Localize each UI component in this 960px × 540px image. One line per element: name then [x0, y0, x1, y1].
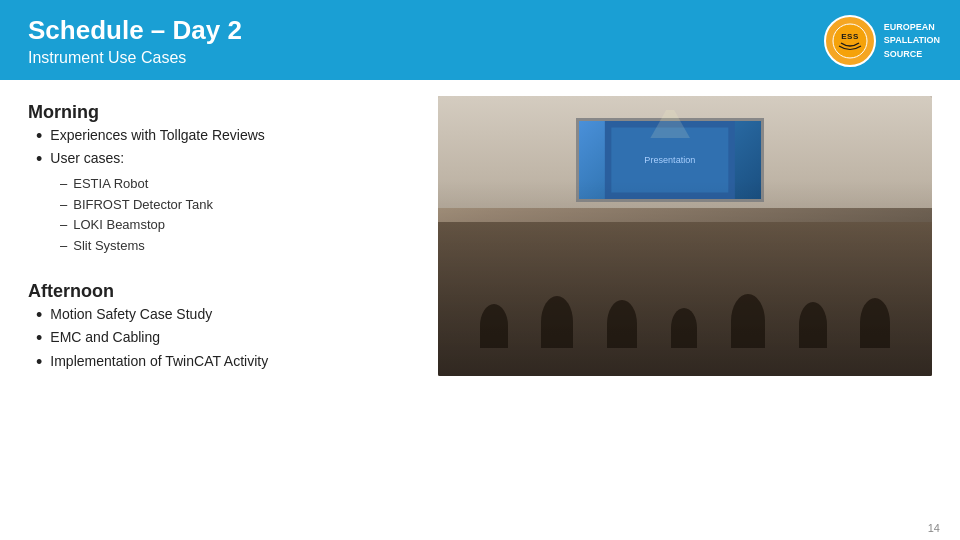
person-silhouette-6 [799, 302, 827, 348]
conference-photo: Presentation [438, 96, 932, 376]
ess-logo-text: EUROPEAN SPALLATION SOURCE [884, 21, 940, 62]
afternoon-section: Afternoon • Motion Safety Case Study • E… [28, 275, 418, 374]
svg-point-0 [833, 24, 867, 58]
person-silhouette-4 [671, 308, 697, 348]
sub-item-estia: – ESTIA Robot [60, 174, 418, 195]
afternoon-label: Afternoon [28, 281, 418, 302]
afternoon-bullet-1: • Motion Safety Case Study [36, 304, 418, 327]
sub-item-text-1: ESTIA Robot [73, 174, 148, 195]
slide-subtitle: Instrument Use Cases [28, 49, 242, 67]
main-content: Morning • Experiences with Tollgate Revi… [0, 80, 960, 516]
afternoon-bullet-text-1: Motion Safety Case Study [50, 304, 212, 325]
header-text-block: Schedule – Day 2 Instrument Use Cases [28, 15, 242, 66]
sub-item-text-3: LOKI Beamstop [73, 215, 165, 236]
afternoon-bullet-text-2: EMC and Cabling [50, 327, 160, 348]
dash-2: – [60, 195, 67, 216]
bullet-usercases: • User cases: [36, 148, 418, 171]
page-number: 14 [928, 522, 940, 534]
sub-item-slit: – Slit Systems [60, 236, 418, 257]
sub-item-bifrost: – BIFROST Detector Tank [60, 195, 418, 216]
bullet-text-2: User cases: [50, 148, 124, 169]
sub-item-text-2: BIFROST Detector Tank [73, 195, 213, 216]
person-silhouette-1 [480, 304, 508, 348]
bullet-dot-4: • [36, 327, 42, 350]
afternoon-bullet-2: • EMC and Cabling [36, 327, 418, 350]
afternoon-bullet-text-3: Implementation of TwinCAT Activity [50, 351, 268, 372]
svg-text:ESS: ESS [841, 32, 859, 41]
svg-text:Presentation: Presentation [645, 155, 696, 165]
morning-label: Morning [28, 102, 418, 123]
person-silhouette-2 [541, 296, 573, 348]
dash-3: – [60, 215, 67, 236]
bullet-dot-2: • [36, 148, 42, 171]
person-silhouette-3 [607, 300, 637, 348]
dash-4: – [60, 236, 67, 257]
bullet-text-1: Experiences with Tollgate Reviews [50, 125, 265, 146]
dash-1: – [60, 174, 67, 195]
person-silhouette-7 [860, 298, 890, 348]
left-column: Morning • Experiences with Tollgate Revi… [28, 96, 418, 506]
sub-item-text-4: Slit Systems [73, 236, 145, 257]
logo-area: ESS EUROPEAN SPALLATION SOURCE [824, 15, 940, 67]
right-column: Presentation [438, 96, 932, 506]
image-people [438, 208, 932, 348]
afternoon-bullet-3: • Implementation of TwinCAT Activity [36, 351, 418, 374]
image-background: Presentation [438, 96, 932, 376]
person-silhouette-5 [731, 294, 765, 348]
ess-logo-circle: ESS [824, 15, 876, 67]
sub-items-list: – ESTIA Robot – BIFROST Detector Tank – … [60, 174, 418, 257]
bullet-dot-5: • [36, 351, 42, 374]
bullet-dot-1: • [36, 125, 42, 148]
header: Schedule – Day 2 Instrument Use Cases ES… [0, 0, 960, 80]
bullet-experiences: • Experiences with Tollgate Reviews [36, 125, 418, 148]
slide-title: Schedule – Day 2 [28, 15, 242, 46]
bullet-dot-3: • [36, 304, 42, 327]
sub-item-loki: – LOKI Beamstop [60, 215, 418, 236]
morning-section: Morning • Experiences with Tollgate Revi… [28, 96, 418, 261]
